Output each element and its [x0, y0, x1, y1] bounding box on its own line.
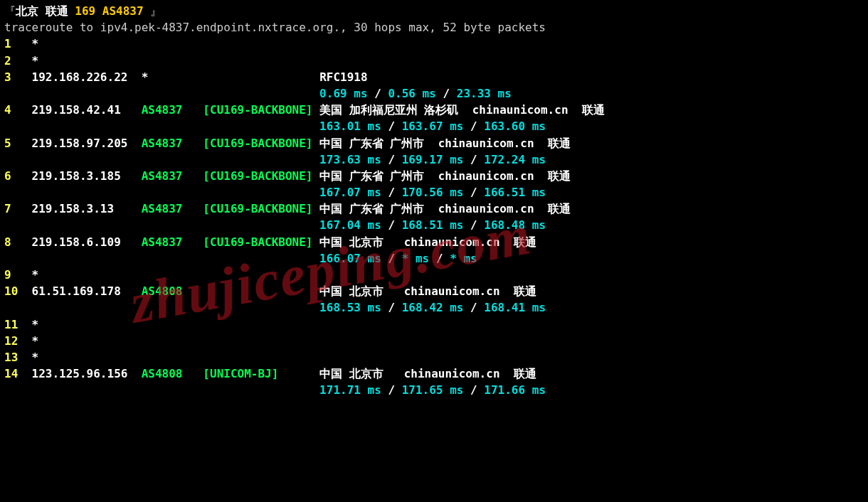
rtt-1: 173.63 ms	[319, 153, 381, 166]
rtt-2: 170.56 ms	[402, 186, 464, 199]
hop-number: 9	[4, 268, 32, 282]
hop-location: RFC1918	[319, 70, 367, 84]
rtt-1: 166.07 ms	[319, 252, 381, 265]
rtt-3: 166.51 ms	[484, 186, 546, 199]
hop-ip: 219.158.3.13	[32, 202, 142, 215]
hop-number: 12	[4, 334, 32, 348]
hop-row: 9 *	[4, 267, 864, 283]
hop-ip: 219.158.6.109	[32, 235, 142, 249]
hop-row: 4 219.158.42.41 AS4837 [CU169-BACKBONE] …	[4, 102, 864, 118]
hop-rtt-row: 168.53 ms / 168.42 ms / 168.41 ms	[4, 299, 864, 316]
hop-netname	[203, 70, 319, 84]
rtt-1: 168.53 ms	[319, 301, 381, 314]
terminal-output: 『北京 联通 169 AS4837 』traceroute to ipv4.pe…	[4, 3, 864, 399]
rtt-1: 167.07 ms	[319, 186, 381, 199]
rtt-1: 0.69 ms	[319, 87, 367, 100]
rtt-3: 168.41 ms	[484, 301, 546, 314]
rtt-3: 168.48 ms	[484, 218, 546, 232]
hop-ip: 219.158.3.185	[32, 169, 142, 183]
hop-location: 中国 广东省 广州市 chinaunicom.cn 联通	[319, 169, 571, 183]
hop-rtt-row: 167.07 ms / 170.56 ms / 166.51 ms	[4, 184, 864, 201]
hop-number: 10	[4, 284, 32, 298]
header-asn-num: 169	[75, 4, 95, 18]
hop-netname: [CU169-BACKBONE]	[203, 169, 319, 183]
hop-rtt-row: 166.07 ms / * ms / * ms	[4, 250, 864, 267]
hop-number: 6	[4, 169, 32, 183]
rtt-2: * ms	[402, 252, 430, 265]
traceroute-cmd: traceroute to ipv4.pek-4837.endpoint.nxt…	[4, 19, 864, 36]
hop-number: 5	[4, 137, 32, 150]
rtt-2: 163.67 ms	[402, 119, 464, 133]
hop-ip: *	[32, 351, 142, 364]
hop-row: 11 *	[4, 316, 864, 333]
hop-number: 3	[4, 70, 32, 84]
rtt-1: 167.04 ms	[319, 218, 381, 232]
hop-row: 3 192.168.226.22 * RFC1918	[4, 69, 864, 85]
rtt-2: 171.65 ms	[402, 383, 464, 397]
hop-asn: AS4837	[142, 202, 203, 215]
hop-asn: AS4808	[142, 367, 203, 380]
hop-row: 6 219.158.3.185 AS4837 [CU169-BACKBONE] …	[4, 168, 864, 184]
hop-rtt-row: 171.71 ms / 171.65 ms / 171.66 ms	[4, 382, 864, 398]
hop-ip: *	[32, 268, 142, 282]
hop-number: 2	[4, 54, 32, 68]
hop-location: 中国 北京市 chinaunicom.cn 联通	[319, 367, 536, 380]
hop-row: 10 61.51.169.178 AS4808 中国 北京市 chinaunic…	[4, 283, 864, 299]
hop-netname	[203, 284, 319, 298]
hop-number: 13	[4, 351, 32, 364]
bracket-open: 『	[4, 4, 16, 18]
hop-asn: *	[142, 70, 203, 84]
hop-number: 4	[4, 103, 32, 117]
hop-ip: 192.168.226.22	[32, 70, 142, 84]
hop-number: 1	[4, 37, 32, 50]
rtt-3: 163.60 ms	[484, 119, 546, 133]
hop-asn: AS4837	[142, 235, 203, 249]
hop-row: 7 219.158.3.13 AS4837 [CU169-BACKBONE] 中…	[4, 201, 864, 217]
rtt-2: 168.51 ms	[402, 218, 464, 232]
hop-row: 12 *	[4, 333, 864, 349]
hop-netname: [CU169-BACKBONE]	[203, 137, 319, 150]
hop-ip: *	[32, 37, 142, 50]
hop-asn: AS4808	[142, 284, 203, 298]
header-city: 北京	[16, 4, 38, 18]
hop-netname: [CU169-BACKBONE]	[203, 103, 319, 117]
hop-ip: 123.125.96.156	[32, 367, 142, 380]
rtt-1: 171.71 ms	[319, 383, 381, 397]
rtt-3: 23.33 ms	[457, 87, 512, 100]
rtt-3: 172.24 ms	[484, 153, 546, 166]
hop-number: 8	[4, 235, 32, 249]
hop-netname: [UNICOM-BJ]	[203, 367, 319, 380]
hop-number: 11	[4, 318, 32, 331]
hop-row: 1 *	[4, 36, 864, 52]
hop-row: 5 219.158.97.205 AS4837 [CU169-BACKBONE]…	[4, 135, 864, 151]
header-asn-label: AS4837	[102, 4, 144, 18]
header-isp: 联通	[46, 4, 68, 18]
hop-ip: *	[32, 54, 142, 68]
hop-asn: AS4837	[142, 137, 203, 150]
hop-netname: [CU169-BACKBONE]	[203, 235, 319, 249]
hop-number: 7	[4, 202, 32, 215]
hop-ip: *	[32, 334, 142, 348]
rtt-3: 171.66 ms	[484, 383, 546, 397]
hop-location: 中国 北京市 chinaunicom.cn 联通	[319, 235, 536, 249]
hop-location: 中国 北京市 chinaunicom.cn 联通	[319, 284, 536, 298]
bracket-close: 』	[144, 4, 162, 18]
hop-asn: AS4837	[142, 103, 203, 117]
hop-rtt-row: 0.69 ms / 0.56 ms / 23.33 ms	[4, 85, 864, 102]
hop-row: 13 *	[4, 349, 864, 365]
hop-location: 中国 广东省 广州市 chinaunicom.cn 联通	[319, 202, 571, 215]
hop-number: 14	[4, 367, 32, 380]
hop-ip: 219.158.97.205	[32, 137, 142, 150]
hop-location: 美国 加利福尼亚州 洛杉矶 chinaunicom.cn 联通	[319, 103, 605, 117]
rtt-2: 169.17 ms	[402, 153, 464, 166]
rtt-2: 168.42 ms	[402, 301, 464, 314]
rtt-1: 163.01 ms	[319, 119, 381, 133]
hop-ip: 219.158.42.41	[32, 103, 142, 117]
hop-ip: 61.51.169.178	[32, 284, 142, 298]
hop-location: 中国 广东省 广州市 chinaunicom.cn 联通	[319, 137, 571, 150]
hop-rtt-row: 167.04 ms / 168.51 ms / 168.48 ms	[4, 217, 864, 233]
hop-row: 2 *	[4, 53, 864, 69]
hop-ip: *	[32, 318, 142, 331]
hop-asn: AS4837	[142, 169, 203, 183]
header-line: 『北京 联通 169 AS4837 』	[4, 3, 864, 19]
